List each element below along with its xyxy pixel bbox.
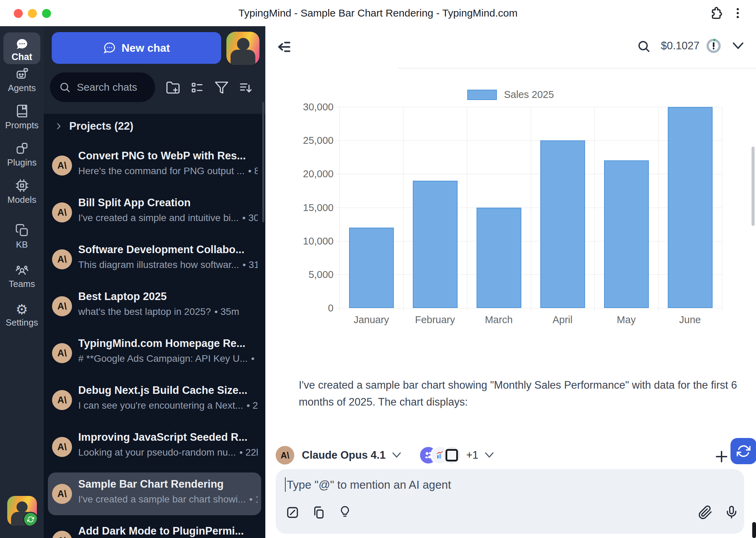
attach-icon[interactable] bbox=[698, 505, 713, 520]
x-gridline bbox=[531, 107, 531, 311]
sidebar-item-plugins[interactable]: Plugins bbox=[0, 141, 44, 168]
chevron-down-icon bbox=[391, 451, 402, 459]
typingmind-app-window: TypingMind - Sample Bar Chart Rendering … bbox=[0, 0, 756, 538]
y-axis-tick-label: 20,000 bbox=[255, 169, 334, 179]
chat-list-item[interactable]: A\ Debug Next.js Build Cache Size... I c… bbox=[48, 379, 261, 421]
projects-toggle[interactable]: Projects (22) bbox=[54, 117, 133, 135]
chat-list-item[interactable]: A\ Bill Split App Creation I've created … bbox=[48, 191, 261, 234]
sidebar-item-models[interactable]: Models bbox=[0, 179, 44, 205]
regenerate-button[interactable] bbox=[731, 438, 756, 464]
teams-icon bbox=[15, 263, 29, 277]
main-scrollbar[interactable] bbox=[752, 147, 755, 226]
sort-icon[interactable] bbox=[238, 80, 253, 95]
nav-rail: Chat Agents Prompts bbox=[0, 26, 44, 538]
chat-list-item-selected[interactable]: A\ Sample Bar Chart Rendering I've creat… bbox=[48, 472, 261, 515]
agents-icon bbox=[15, 67, 29, 81]
scrollbar-bottom[interactable] bbox=[752, 522, 756, 538]
close-window-button[interactable] bbox=[14, 9, 23, 18]
chat-list-item[interactable]: A\ Add Dark Mode to PluginPermi... bbox=[48, 519, 261, 538]
sidebar-item-label: Agents bbox=[0, 83, 44, 93]
search-icon bbox=[59, 81, 71, 93]
anthropic-avatar: A\ bbox=[276, 446, 294, 465]
plugin-icon bbox=[442, 446, 461, 465]
browser-menu-icon[interactable] bbox=[731, 6, 745, 20]
user-avatar[interactable] bbox=[7, 496, 37, 526]
new-chat-button[interactable]: New chat bbox=[52, 32, 221, 64]
y-gridline bbox=[336, 140, 722, 141]
chart-legend: Sales 2025 bbox=[265, 89, 756, 100]
x-gridline bbox=[467, 107, 467, 311]
pages-icon[interactable] bbox=[311, 505, 326, 520]
search-chats-field[interactable] bbox=[50, 72, 155, 102]
sidebar-item-agents[interactable]: Agents bbox=[0, 67, 44, 93]
user-avatar[interactable] bbox=[226, 32, 259, 65]
sync-icon bbox=[737, 444, 750, 458]
search-chats-input[interactable] bbox=[76, 81, 152, 93]
minimize-window-button[interactable] bbox=[28, 9, 37, 18]
new-chat-icon bbox=[103, 41, 116, 54]
x-gridline bbox=[339, 107, 340, 311]
anthropic-avatar: A\ bbox=[52, 437, 72, 457]
legend-swatch bbox=[467, 90, 497, 100]
projects-header: Projects (22) bbox=[69, 120, 133, 132]
y-gridline bbox=[336, 174, 722, 174]
anthropic-avatar: A\ bbox=[52, 249, 72, 269]
chat-time: • 30m bbox=[242, 212, 258, 223]
search-conversation-icon[interactable] bbox=[637, 39, 651, 53]
page-title: TypingMind - Sample Bar Chart Rendering … bbox=[238, 7, 518, 19]
assistant-message: I've created a sample bar chart showing … bbox=[299, 377, 747, 410]
anthropic-avatar: A\ bbox=[52, 343, 72, 363]
text-caret bbox=[285, 477, 286, 492]
y-axis-tick-label: 30,000 bbox=[255, 102, 334, 112]
message-composer[interactable] bbox=[276, 469, 744, 534]
x-axis-tick-label: March bbox=[467, 314, 531, 326]
zoom-window-button[interactable] bbox=[42, 9, 51, 18]
anthropic-avatar: A\ bbox=[52, 390, 72, 410]
lightbulb-icon[interactable] bbox=[338, 505, 351, 520]
anthropic-avatar: A\ bbox=[52, 202, 72, 222]
chat-list-item[interactable]: A\ Software Development Collabo... This … bbox=[48, 238, 261, 281]
plugins-more-count: +1 bbox=[466, 449, 478, 461]
sidebar-item-label: KB bbox=[0, 239, 44, 250]
chat-time: • 20h bbox=[247, 400, 258, 411]
anthropic-avatar: A\ bbox=[52, 156, 72, 176]
bulk-select-icon[interactable] bbox=[190, 80, 204, 95]
chat-list-item[interactable]: A\ Improving JavaScript Seeded R... Look… bbox=[48, 426, 261, 468]
chat-list-item[interactable]: A\ TypingMind.com Homepage Re... # **Goo… bbox=[48, 332, 261, 375]
x-axis-tick-label: May bbox=[594, 314, 658, 326]
anthropic-avatar: A\ bbox=[52, 484, 72, 504]
sidebar-item-prompts[interactable]: Prompts bbox=[0, 104, 44, 131]
cost-value: $0.1027 bbox=[661, 40, 699, 52]
collapse-sidebar-icon[interactable] bbox=[276, 39, 292, 55]
chat-list-item[interactable]: A\ Convert PNG to WebP with Res... Here'… bbox=[48, 144, 261, 187]
plugins-selector[interactable]: +1 bbox=[419, 446, 495, 465]
sidebar-item-teams[interactable]: Teams bbox=[0, 263, 44, 289]
microphone-icon[interactable] bbox=[724, 505, 739, 520]
canvas-icon[interactable] bbox=[285, 505, 300, 520]
sidebar-item-label: Plugins bbox=[0, 157, 44, 168]
sidebar-item-settings[interactable]: ⚙ Settings bbox=[0, 302, 44, 328]
kb-icon bbox=[15, 223, 29, 237]
sidebar-item-kb[interactable]: KB bbox=[0, 223, 44, 250]
x-gridline bbox=[722, 107, 722, 311]
y-axis-tick-label: 25,000 bbox=[255, 135, 334, 146]
message-input[interactable] bbox=[286, 475, 701, 495]
filter-icon[interactable] bbox=[214, 80, 229, 95]
chat-list-item[interactable]: A\ Best Laptop 2025 what's the best lapt… bbox=[48, 285, 261, 328]
conversation-pane: $0.1027 Sales 2025 05,00010,00015, bbox=[265, 26, 756, 538]
profile-sync-icon bbox=[23, 512, 37, 526]
sidebar-item-chat[interactable]: Chat bbox=[3, 32, 40, 64]
sidebar-item-label: Models bbox=[0, 195, 44, 205]
chat-preview: Looking at your pseudo-random nu... bbox=[78, 447, 236, 458]
bar-january bbox=[349, 228, 394, 308]
sidebar-item-label: Settings bbox=[0, 317, 44, 328]
add-button[interactable] bbox=[714, 449, 729, 464]
usage-cost[interactable]: $0.1027 bbox=[661, 38, 722, 54]
new-folder-icon[interactable] bbox=[166, 80, 180, 95]
header-chevron-down-icon[interactable] bbox=[731, 41, 745, 52]
x-gridline bbox=[594, 107, 595, 311]
extensions-icon[interactable] bbox=[709, 6, 724, 20]
chat-preview: what's the best laptop in 2025? bbox=[78, 306, 211, 317]
model-selector[interactable]: A\ Claude Opus 4.1 bbox=[276, 446, 402, 465]
prompts-icon bbox=[15, 104, 29, 118]
